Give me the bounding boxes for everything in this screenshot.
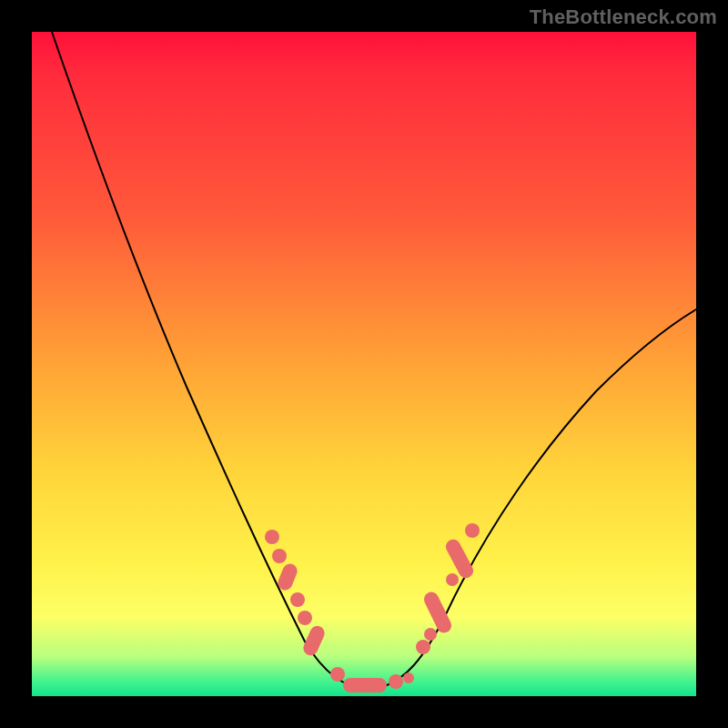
- chart-frame: TheBottleneck.com: [0, 0, 728, 728]
- marker-point: [290, 592, 305, 607]
- plot-area: [32, 32, 696, 696]
- marker-point: [272, 549, 287, 563]
- marker-point: [424, 628, 437, 641]
- marker-point: [403, 672, 414, 683]
- bottleneck-curve: [52, 32, 696, 689]
- watermark-text: TheBottleneck.com: [530, 5, 717, 29]
- marker-point: [298, 611, 312, 625]
- marker-pill: [343, 678, 387, 693]
- marker-point: [446, 573, 459, 586]
- marker-point: [265, 530, 279, 544]
- marker-point: [330, 667, 345, 682]
- curve-svg: [32, 32, 696, 696]
- marker-pill: [443, 537, 476, 581]
- marker-point: [416, 640, 430, 654]
- marker-pill: [421, 590, 453, 635]
- marker-point: [389, 674, 403, 689]
- marker-point: [465, 523, 480, 538]
